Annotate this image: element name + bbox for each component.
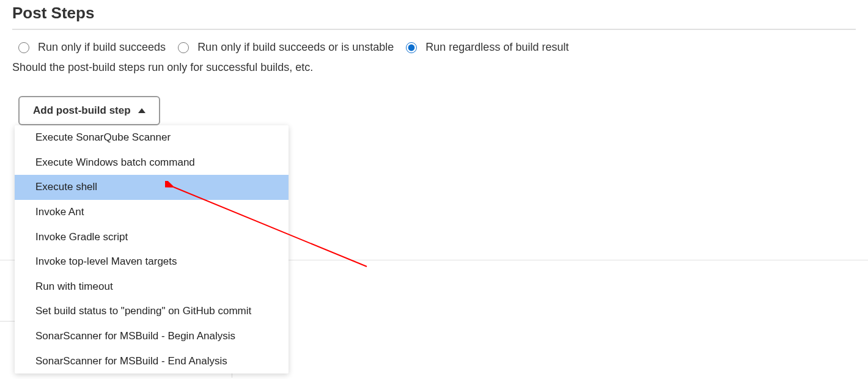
dropdown-item[interactable]: Invoke top-level Maven targets <box>15 249 289 274</box>
dropdown-item[interactable]: Invoke Ant <box>15 200 289 225</box>
add-post-build-step-button[interactable]: Add post-build step <box>18 96 160 125</box>
add-post-build-step-label: Add post-build step <box>33 105 131 117</box>
dropdown-item[interactable]: Execute SonarQube Scanner <box>15 125 289 150</box>
section-description: Should the post-build steps run only for… <box>12 61 856 74</box>
section-title: Post Steps <box>12 0 856 30</box>
dropdown-item[interactable]: SonarScanner for MSBuild - Begin Analysi… <box>15 324 289 349</box>
radio-regardless-input[interactable] <box>406 42 417 53</box>
radio-unstable-label: Run only if build succeeds or is unstabl… <box>197 41 394 54</box>
post-steps-radio-group: Run only if build succeeds Run only if b… <box>18 41 856 54</box>
dropdown-item[interactable]: Execute Windows batch command <box>15 150 289 175</box>
radio-option-succeeds-unstable[interactable]: Run only if build succeeds or is unstabl… <box>178 41 394 54</box>
radio-unstable-input[interactable] <box>178 42 189 53</box>
add-post-build-step-dropdown[interactable]: Execute SonarQube ScannerExecute Windows… <box>15 125 289 373</box>
caret-up-icon <box>138 108 145 113</box>
radio-succeeds-label: Run only if build succeeds <box>38 41 166 54</box>
radio-option-succeeds[interactable]: Run only if build succeeds <box>18 41 166 54</box>
dropdown-item[interactable]: Invoke Gradle script <box>15 225 289 250</box>
radio-succeeds-input[interactable] <box>18 42 29 53</box>
dropdown-item[interactable]: Execute shell <box>15 175 289 200</box>
radio-regardless-label: Run regardless of build result <box>425 41 568 54</box>
dropdown-item[interactable]: Run with timeout <box>15 274 289 300</box>
radio-option-regardless[interactable]: Run regardless of build result <box>406 41 568 54</box>
dropdown-item[interactable]: SonarScanner for MSBuild - End Analysis <box>15 349 289 374</box>
dropdown-item[interactable]: Set build status to "pending" on GitHub … <box>15 299 289 324</box>
